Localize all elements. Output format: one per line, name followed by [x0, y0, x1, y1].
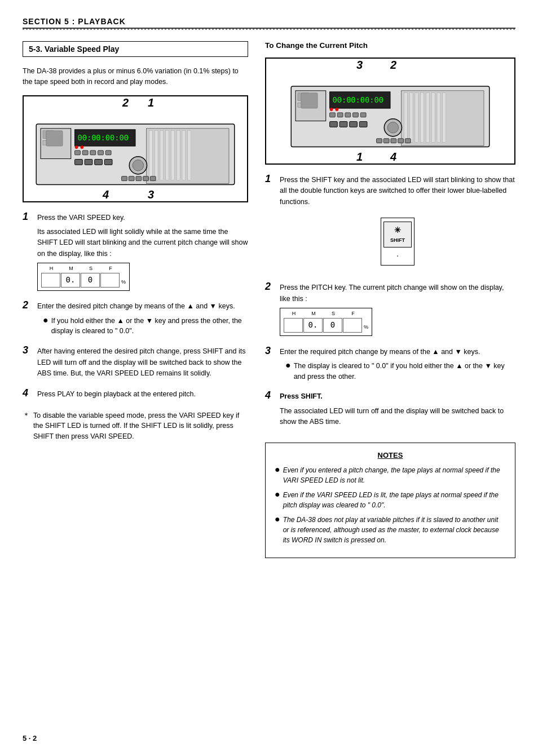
notes-bullet-2: ● — [275, 490, 280, 510]
svg-rect-21 — [182, 130, 186, 180]
svg-rect-52 — [421, 93, 424, 143]
svg-rect-10 — [98, 150, 104, 154]
svg-rect-17 — [160, 130, 164, 180]
svg-rect-44 — [353, 113, 359, 117]
left-bullet-1: ● If you hold either the ▲ or the ▼ key … — [43, 316, 248, 337]
section-box-title: 5-3. Variable Speed Play — [23, 41, 248, 57]
f-label: F — [101, 265, 120, 273]
right-column: To Change the Current Pitch 00:00:00:00 — [265, 41, 515, 558]
left-step-1: 1 Press the VARI SPEED key. Its associat… — [23, 213, 248, 295]
svg-text:00:00:00:00: 00:00:00:00 — [332, 95, 383, 104]
svg-rect-67 — [405, 139, 411, 143]
r-display-cell-h — [284, 318, 303, 333]
svg-rect-45 — [360, 113, 366, 117]
notes-item-2: ● Even if the VARI SPEED LED is lit, the… — [275, 490, 506, 510]
shift-key-label: SHIFT — [387, 237, 408, 245]
diagram-num-4-left: 4 — [103, 188, 109, 201]
right-step-3: 3 Enter the required pitch change by mea… — [265, 347, 515, 385]
right-step-num-1: 1 — [265, 174, 275, 184]
right-heading: To Change the Current Pitch — [265, 41, 515, 50]
svg-rect-25 — [95, 159, 103, 165]
notes-box: NOTES ● Even if you entered a pitch chan… — [265, 443, 515, 558]
notes-item-1: ● Even if you entered a pitch change, th… — [275, 465, 506, 485]
shift-snowflake-icon: ✳ — [387, 224, 408, 237]
diagram-num-3-right: 3 — [356, 59, 363, 72]
display-readout-left: H M S F 0. 0 % — [37, 263, 248, 291]
h-label: H — [42, 265, 61, 273]
svg-rect-30 — [129, 176, 134, 180]
step-content-2: Enter the desired pitch change by means … — [37, 301, 248, 339]
svg-rect-29 — [122, 176, 127, 180]
svg-rect-32 — [143, 176, 149, 180]
svg-point-28 — [133, 160, 144, 171]
svg-rect-9 — [90, 150, 96, 154]
svg-rect-23 — [75, 159, 83, 165]
svg-rect-50 — [409, 93, 413, 143]
display-outer-left: H M S F 0. 0 % — [37, 263, 130, 291]
diagram-num-1-right: 1 — [356, 151, 363, 163]
svg-rect-54 — [431, 93, 435, 143]
m-label: M — [61, 265, 81, 273]
shift-key-box: ✳ SHIFT · — [381, 218, 414, 266]
svg-rect-65 — [391, 139, 396, 143]
pct-label: % — [121, 278, 126, 286]
svg-rect-56 — [443, 93, 446, 143]
display-cell-h — [41, 273, 60, 288]
shift-key-container: ✳ SHIFT · — [280, 212, 515, 271]
svg-rect-31 — [136, 176, 142, 180]
step-content-3: After having entered the desired pitch c… — [37, 346, 248, 382]
svg-rect-64 — [383, 139, 389, 143]
shift-key-inner: ✳ SHIFT — [383, 222, 412, 247]
display-readout-right: H M S F 0. 0 % — [280, 308, 515, 336]
svg-rect-63 — [377, 139, 382, 143]
notes-bullet-1: ● — [275, 465, 280, 485]
right-step-content-2: Press the PITCH key. The current pitch c… — [280, 282, 515, 339]
asterisk-symbol: ＊ — [23, 410, 30, 442]
step-num-4: 4 — [23, 388, 33, 398]
svg-point-12 — [75, 145, 78, 149]
left-device-diagram: 00:00:00:00 — [23, 95, 248, 202]
svg-rect-59 — [350, 122, 358, 127]
svg-rect-26 — [104, 159, 112, 165]
notes-title: NOTES — [275, 451, 506, 459]
step-content-1: Press the VARI SPEED key. Its associated… — [37, 213, 248, 295]
right-step-content-4: Press SHIFT. The associated LED will tur… — [280, 391, 515, 431]
svg-rect-55 — [437, 93, 440, 143]
diagram-num-1-left: 1 — [148, 96, 154, 109]
svg-rect-20 — [177, 130, 180, 180]
r-display-cell-m: 0. — [303, 318, 323, 333]
svg-text:00:00:00:00: 00:00:00:00 — [77, 133, 128, 142]
diagram-num-4-right: 4 — [390, 151, 396, 163]
r-h-label: H — [284, 310, 303, 318]
svg-rect-18 — [166, 130, 169, 180]
svg-rect-4 — [46, 130, 63, 145]
page: SECTION 5 : PLAYBACK 5-3. Variable Speed… — [0, 0, 538, 756]
asterisk-note: ＊ To disable the variable speed mode, pr… — [23, 410, 248, 442]
r-pct-label: % — [364, 324, 368, 331]
right-step-2: 2 Press the PITCH key. The current pitch… — [265, 282, 515, 339]
right-step-1: 1 Press the SHIFT key and the associated… — [265, 175, 515, 276]
notes-bullet-3: ● — [275, 515, 280, 545]
svg-rect-42 — [337, 113, 343, 117]
r-s-label: S — [324, 310, 343, 318]
svg-rect-60 — [359, 122, 367, 127]
right-device-diagram: 00:00:00:00 — [265, 58, 515, 165]
svg-rect-15 — [149, 130, 152, 180]
svg-rect-22 — [188, 130, 191, 180]
svg-rect-57 — [330, 122, 338, 127]
svg-rect-38 — [301, 93, 317, 108]
svg-rect-33 — [150, 176, 156, 180]
diagram-num-2-right: 2 — [390, 59, 396, 72]
main-content: 5-3. Variable Speed Play The DA-38 provi… — [23, 41, 515, 558]
display-outer-right: H M S F 0. 0 % — [280, 308, 372, 336]
right-bullet-dot: ● — [285, 361, 291, 382]
s-label: S — [81, 265, 100, 273]
svg-point-13 — [80, 145, 83, 149]
svg-rect-16 — [155, 130, 158, 180]
svg-rect-49 — [404, 93, 407, 143]
bullet-dot-1: ● — [43, 316, 48, 337]
step-num-3: 3 — [23, 345, 33, 355]
svg-rect-24 — [85, 159, 92, 165]
svg-rect-11 — [105, 150, 111, 154]
svg-rect-41 — [330, 113, 336, 117]
